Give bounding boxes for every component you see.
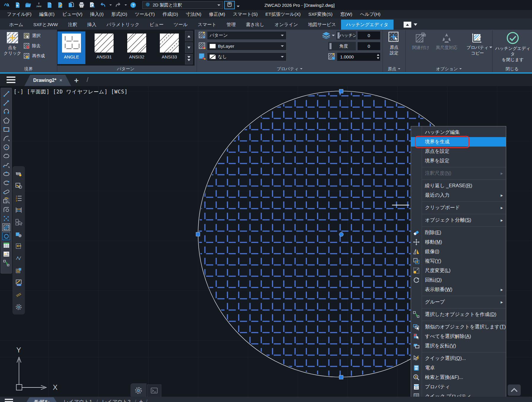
menubar-item[interactable]: 挿入(I) — [86, 10, 108, 18]
redo-button[interactable] — [114, 1, 122, 9]
tool-edit-hatch-icon[interactable] — [14, 181, 23, 190]
tool-layers-bulb-icon[interactable] — [14, 169, 23, 178]
scale-input[interactable]: 1.0000 — [337, 53, 380, 61]
tool-rectangle-icon[interactable] — [2, 125, 11, 134]
gallery-expand-button[interactable] — [185, 54, 193, 64]
gallery-scroll-up-button[interactable] — [185, 31, 193, 41]
menubar-item[interactable]: 修正(M) — [205, 10, 229, 18]
page-button[interactable] — [45, 1, 54, 9]
tool-createsel-icon[interactable] — [2, 258, 11, 267]
menubar-item[interactable]: ビュー(V) — [58, 10, 86, 18]
tool-arc-icon[interactable] — [2, 134, 11, 143]
context-menu-item[interactable]: 最近の入力 ▶ — [411, 190, 506, 200]
pattern-swatch-ansi33[interactable]: ANSI33 — [155, 31, 183, 64]
tool-hatch-icon[interactable] — [2, 223, 11, 232]
background-color-select[interactable]: なし — [207, 53, 286, 61]
pattern-swatch-ansi32[interactable]: ANSI32 — [123, 31, 151, 64]
transparency-value[interactable]: 0 — [357, 31, 380, 40]
tool-arc3-icon[interactable] — [2, 107, 11, 116]
command-settings-button[interactable] — [130, 383, 146, 398]
tool-palette-button[interactable] — [224, 1, 235, 9]
pick-points-button[interactable]: 点を クリック — [4, 31, 21, 56]
ribbon-tab[interactable]: 挿入 — [82, 20, 101, 30]
context-menu-item[interactable]: 移動(M) — [411, 237, 506, 247]
chevron-down-icon[interactable] — [125, 4, 127, 7]
annotative-button[interactable]: 異尺度対応 — [434, 32, 460, 50]
new-file-button[interactable] — [13, 1, 22, 9]
match-properties-button[interactable]: プロパティ コピー — [464, 32, 490, 56]
boundary-remove-button[interactable]: 除去 — [23, 42, 41, 49]
ribbon-tab[interactable]: SXFとJWW — [28, 20, 63, 30]
tool-text-icon[interactable]: A — [2, 250, 11, 258]
chevron-down-icon[interactable] — [489, 47, 492, 50]
tool-ellipse-icon[interactable] — [2, 169, 11, 178]
hamburger-menu-icon[interactable] — [5, 399, 13, 402]
context-menu-item[interactable]: 複写(Y) — [411, 256, 506, 266]
undo-button[interactable] — [98, 1, 107, 9]
pattern-swatch-ansi31[interactable]: ANSI31 — [90, 31, 118, 64]
menubar-item[interactable]: SXF変換(S) — [305, 10, 337, 18]
boundary-recreate-button[interactable]: 再作成 — [23, 53, 45, 59]
menubar-item[interactable]: 編集(E) — [35, 10, 58, 18]
context-menu-item[interactable]: すべてを選択解除(A) — [411, 332, 506, 341]
app-logo-button[interactable] — [2, 1, 11, 9]
ribbon-tab[interactable]: 書き出し — [241, 20, 270, 30]
menubar-item[interactable]: 窓(W) — [336, 10, 356, 18]
gallery-scroll-down-button[interactable] — [185, 42, 193, 53]
context-menu-item[interactable]: 表示順番(W) ▶ — [411, 285, 506, 294]
chevron-down-icon[interactable] — [109, 4, 112, 7]
preview-button[interactable] — [88, 1, 97, 9]
tool-line-icon[interactable] — [2, 89, 11, 98]
new-layout-button[interactable]: + — [136, 398, 146, 402]
menubar-item[interactable]: 作成(D) — [159, 10, 182, 18]
slider-handle[interactable] — [329, 43, 332, 49]
context-menu-item[interactable]: 境界を設定 — [411, 156, 506, 166]
tool-numbered-list-icon[interactable]: 123 — [14, 193, 23, 203]
transparency-layer-control[interactable] — [322, 31, 335, 40]
ribbon-tab[interactable]: ハッチングエディタ — [341, 20, 394, 30]
context-menu-item[interactable]: プロパティ — [411, 382, 506, 392]
tool-region-icon[interactable] — [2, 232, 11, 241]
ribbon-options-icon[interactable] — [414, 23, 417, 28]
tool-revcloud-icon[interactable] — [2, 152, 11, 161]
angle-slider[interactable]: 角度 — [328, 42, 356, 50]
context-menu-item[interactable]: オブジェクト分離(S) ▶ — [411, 215, 506, 225]
center-grip[interactable] — [339, 232, 343, 236]
context-menu-item[interactable]: クイック選択(Q)... — [411, 354, 506, 363]
edit-page-button[interactable] — [56, 1, 65, 9]
menubar-item[interactable]: ファイル(F) — [3, 10, 35, 18]
associate-button[interactable]: 関連付け — [408, 32, 434, 50]
ribbon-tab[interactable]: 管理 — [222, 20, 241, 30]
pattern-type-select[interactable]: パターン — [207, 31, 286, 40]
open-folder-button[interactable] — [24, 1, 33, 9]
context-menu-item[interactable]: 選択を反転(V) — [411, 341, 506, 351]
tool-gear-icon[interactable] — [14, 302, 23, 312]
context-menu-item[interactable]: 尺度変更(L) — [411, 266, 506, 275]
ribbon-tab[interactable]: ツール — [169, 20, 193, 30]
tool-circle-icon[interactable] — [2, 143, 11, 152]
pattern-swatch-angle[interactable]: ANGLE — [58, 31, 85, 64]
tool-earc-icon[interactable] — [2, 178, 11, 187]
context-menu-item[interactable]: 削除(E) — [411, 228, 506, 237]
hatch-color-select[interactable]: ByLayer — [207, 42, 286, 50]
tool-measure-icon[interactable] — [14, 290, 23, 300]
panel-label-origin[interactable]: 原点 — [383, 66, 405, 72]
tool-dim-space-icon[interactable] — [14, 205, 23, 215]
ribbon-tab[interactable]: ホーム — [4, 20, 28, 30]
tool-slot-icon[interactable] — [2, 187, 11, 196]
set-origin-button[interactable]: 原点 設定 — [385, 31, 403, 56]
ribbon-tab[interactable]: ビュー — [144, 20, 168, 30]
layout-tab-layout1[interactable]: レイアウト1 — [59, 398, 96, 402]
context-menu-item[interactable]: 選択したオブジェクトを作成(D) — [411, 310, 506, 319]
context-menu-item[interactable]: クリップボード ▶ — [411, 203, 506, 212]
tool-fillet-icon[interactable] — [2, 205, 11, 214]
boundary-select-button[interactable]: 選択 — [23, 32, 41, 39]
tool-pgp-icon[interactable]: PGP — [14, 278, 23, 287]
ribbon-collapse-button[interactable] — [404, 22, 411, 28]
context-menu-item[interactable]: 注釈尺度(N) ▶ — [411, 169, 506, 178]
hamburger-menu-icon[interactable] — [7, 77, 15, 83]
print-button[interactable] — [77, 1, 86, 9]
document-tab[interactable]: Drawing2* × — [24, 75, 71, 86]
slider-handle[interactable] — [337, 32, 340, 39]
layout-tab-layout2[interactable]: レイアウト2 — [98, 398, 135, 402]
